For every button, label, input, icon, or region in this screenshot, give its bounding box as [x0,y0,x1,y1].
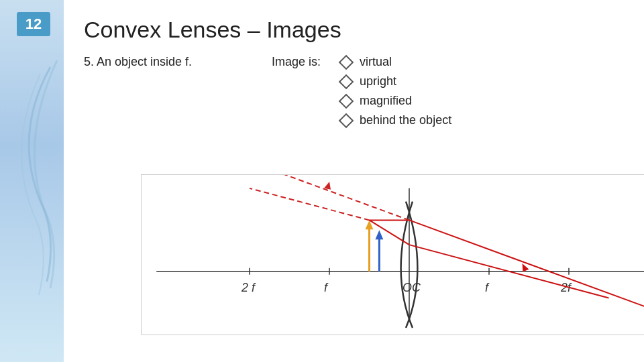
diamond-icon-behind [339,113,354,128]
question-text: 5. An object inside f. [84,55,272,69]
left-accent-bar [0,0,64,362]
list-item: upright [341,74,451,88]
list-item: magnified [341,94,451,108]
diamond-icon-upright [339,74,354,89]
main-content: Convex Lenses – Images 5. An object insi… [64,0,644,362]
property-behind: behind the object [360,113,451,127]
label-oc: OC [402,281,421,294]
optics-diagram: 2 f f OC f 2f [142,175,644,335]
label-left-2f: 2 f [241,281,256,294]
svg-rect-0 [143,175,644,335]
slide-number: 12 [17,12,50,36]
left-curves-svg [0,0,64,362]
property-magnified: magnified [360,94,412,108]
property-upright: upright [360,74,396,88]
property-virtual: virtual [360,55,392,69]
diagram-container: 2 f f OC f 2f [141,174,644,335]
list-item: behind the object [341,113,451,127]
page-title: Convex Lenses – Images [84,17,624,43]
list-item: virtual [341,55,451,69]
diamond-icon-magnified [339,93,354,109]
image-label: Image is: [272,55,321,69]
text-section: 5. An object inside f. Image is: virtual… [84,55,624,133]
properties-list: virtual upright magnified behind the obj… [341,55,451,133]
diamond-icon-virtual [339,54,354,70]
